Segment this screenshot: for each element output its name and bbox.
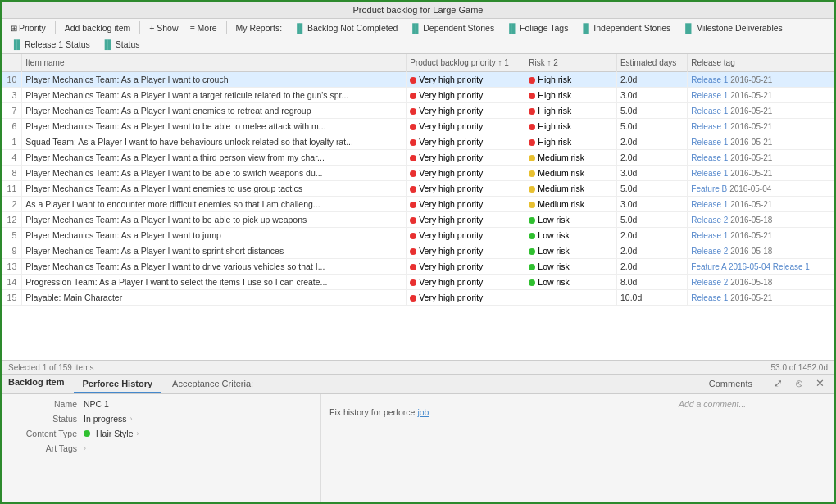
- item-name[interactable]: Progression Team: As a Player I want to …: [22, 275, 407, 290]
- item-name[interactable]: Player Mechanics Team: As a Player I wan…: [22, 228, 407, 243]
- priority-cell: Very high priority: [407, 212, 525, 228]
- priority-dot: [410, 170, 416, 177]
- tab-acceptance-criteria[interactable]: Acceptance Criteria:: [164, 375, 261, 393]
- table-row[interactable]: 11Player Mechanics Team: As a Player I w…: [2, 181, 834, 197]
- table-row[interactable]: 5Player Mechanics Team: As a Player I wa…: [2, 228, 834, 243]
- item-name[interactable]: Player Mechanics Team: As a Player I wan…: [22, 166, 407, 181]
- comments-add[interactable]: Add a comment...: [679, 399, 826, 409]
- table-area[interactable]: Item name Product backlog priority ↑ 1 R…: [2, 54, 834, 361]
- bottom-tabs: Backlog item Perforce History Acceptance…: [2, 375, 834, 394]
- priority-cell: Very high priority: [407, 275, 525, 290]
- release-tag-cell: Release 1 2016-05-21: [688, 150, 834, 166]
- priority-cell: Very high priority: [407, 290, 525, 306]
- more-button[interactable]: ≡ More: [186, 21, 221, 34]
- estimated-days-cell: 3.0d: [616, 166, 687, 181]
- item-name[interactable]: Player Mechanics Team: As a Player I wan…: [22, 243, 407, 259]
- add-backlog-button[interactable]: Add backlog item: [61, 21, 135, 34]
- item-name[interactable]: Player Mechanics Team: As a Player I wan…: [22, 72, 407, 88]
- tab-perforce-history[interactable]: Perforce History: [74, 375, 161, 393]
- col-risk[interactable]: Risk ↑ 2: [525, 54, 617, 72]
- item-name[interactable]: Squad Team: As a Player I want to have b…: [22, 134, 407, 150]
- perforce-link[interactable]: job: [417, 407, 429, 417]
- bottom-panel: Backlog item Perforce History Acceptance…: [2, 374, 834, 504]
- tab-comments[interactable]: Comments: [701, 375, 761, 393]
- status-button[interactable]: ▐▌ Status: [98, 38, 144, 51]
- show-button[interactable]: + Show: [145, 21, 182, 34]
- release-tag: Release 1: [691, 138, 728, 147]
- foliage-tags-button[interactable]: ▐▌ Foliage Tags: [502, 21, 572, 34]
- item-name[interactable]: Player Mechanics Team: As a Player I wan…: [22, 103, 407, 119]
- item-name[interactable]: Player Mechanics Team: As a Player I wan…: [22, 212, 407, 228]
- release-date: 2016-05-21: [730, 169, 772, 178]
- row-number: 1: [2, 134, 22, 150]
- content-type-dot: [84, 430, 90, 437]
- release-tag: Release 2: [691, 216, 728, 225]
- release-tag-cell: Release 2 2016-05-18: [688, 275, 834, 290]
- item-name[interactable]: As a Player I want to encounter more dif…: [22, 197, 407, 212]
- estimated-days-cell: 2.0d: [616, 150, 687, 166]
- release-1-status-button[interactable]: ▐▌ Release 1 Status: [7, 38, 94, 51]
- item-name[interactable]: Player Mechanics Team: As a Player I wan…: [22, 88, 407, 103]
- col-backlog-priority[interactable]: Product backlog priority ↑ 1: [407, 54, 525, 72]
- item-name[interactable]: Playable: Main Character: [22, 290, 407, 306]
- table-row[interactable]: 1Squad Team: As a Player I want to have …: [2, 134, 834, 150]
- backlog-table: Item name Product backlog priority ↑ 1 R…: [2, 54, 834, 306]
- backlog-not-completed-button[interactable]: ▐▌ Backlog Not Completed: [289, 21, 402, 34]
- release-tag-cell: Release 1 2016-05-21: [688, 228, 834, 243]
- priority-button[interactable]: ⊞ Priority: [7, 21, 50, 34]
- table-row[interactable]: 7Player Mechanics Team: As a Player I wa…: [2, 103, 834, 119]
- risk-dot: [529, 124, 535, 130]
- priority-dot: [410, 217, 416, 224]
- release-tag: Release 1: [691, 200, 728, 209]
- status-value[interactable]: In progress ›: [84, 414, 133, 424]
- priority-dot: [410, 233, 416, 239]
- table-row[interactable]: 2As a Player I want to encounter more di…: [2, 197, 834, 212]
- estimated-days-cell: 5.0d: [616, 103, 687, 119]
- table-row[interactable]: 15Playable: Main CharacterVery high prio…: [2, 290, 834, 306]
- release-date: 2016-05-21: [730, 153, 772, 162]
- release-tag-cell: Release 1 2016-05-21: [688, 119, 834, 134]
- content-type-value[interactable]: Hair Style ›: [84, 429, 139, 438]
- table-row[interactable]: 6Player Mechanics Team: As a Player I wa…: [2, 119, 834, 134]
- table-row[interactable]: 10Player Mechanics Team: As a Player I w…: [2, 72, 834, 88]
- table-row[interactable]: 3Player Mechanics Team: As a Player I wa…: [2, 88, 834, 103]
- expand-icon[interactable]: ⤢: [770, 375, 786, 393]
- separator-1: [55, 21, 56, 34]
- item-name[interactable]: Player Mechanics Team: As a Player I wan…: [22, 181, 407, 197]
- risk-cell: Low risk: [525, 228, 617, 243]
- priority-dot: [410, 248, 416, 255]
- row-number: 14: [2, 275, 22, 290]
- release-tag-cell: Release 1 2016-05-21: [688, 134, 834, 150]
- table-row[interactable]: 8Player Mechanics Team: As a Player I wa…: [2, 166, 834, 181]
- release-tag-cell: Release 1 2016-05-21: [688, 88, 834, 103]
- table-row[interactable]: 9Player Mechanics Team: As a Player I wa…: [2, 243, 834, 259]
- item-name[interactable]: Player Mechanics Team: As a Player I wan…: [22, 150, 407, 166]
- risk-cell: High risk: [525, 72, 617, 88]
- art-tags-value[interactable]: ›: [84, 444, 86, 452]
- milestone-deliverables-button[interactable]: ▐▌ Milestone Deliverables: [678, 21, 787, 34]
- field-row-art-tags: Art Tags ›: [10, 443, 312, 453]
- release-tag-cell: Release 1 2016-05-21: [688, 166, 834, 181]
- row-number: 12: [2, 212, 22, 228]
- col-item-name[interactable]: Item name: [22, 54, 407, 72]
- independent-stories-button[interactable]: ▐▌ Independent Stories: [575, 21, 675, 34]
- dependent-stories-button[interactable]: ▐▌ Dependent Stories: [405, 21, 498, 34]
- risk-dot: [529, 248, 535, 255]
- item-name[interactable]: Player Mechanics Team: As a Player I wan…: [22, 119, 407, 134]
- col-estimated-days[interactable]: Estimated days: [616, 54, 687, 72]
- external-icon[interactable]: ⎋: [793, 375, 806, 393]
- content-type-arrow: ›: [137, 429, 139, 438]
- release-tag: Release 1: [691, 122, 728, 131]
- row-number: 10: [2, 72, 22, 88]
- risk-cell: Low risk: [525, 212, 617, 228]
- table-row[interactable]: 12Player Mechanics Team: As a Player I w…: [2, 212, 834, 228]
- my-reports-label: My Reports:: [232, 21, 287, 34]
- col-release-tag[interactable]: Release tag: [688, 54, 834, 72]
- risk-dot: [529, 233, 535, 239]
- table-row[interactable]: 13Player Mechanics Team: As a Player I w…: [2, 259, 834, 275]
- table-row[interactable]: 14Progression Team: As a Player I want t…: [2, 275, 834, 290]
- item-name[interactable]: Player Mechanics Team: As a Player I wan…: [22, 259, 407, 275]
- table-row[interactable]: 4Player Mechanics Team: As a Player I wa…: [2, 150, 834, 166]
- close-icon[interactable]: ✕: [812, 375, 828, 393]
- priority-dot: [410, 264, 416, 270]
